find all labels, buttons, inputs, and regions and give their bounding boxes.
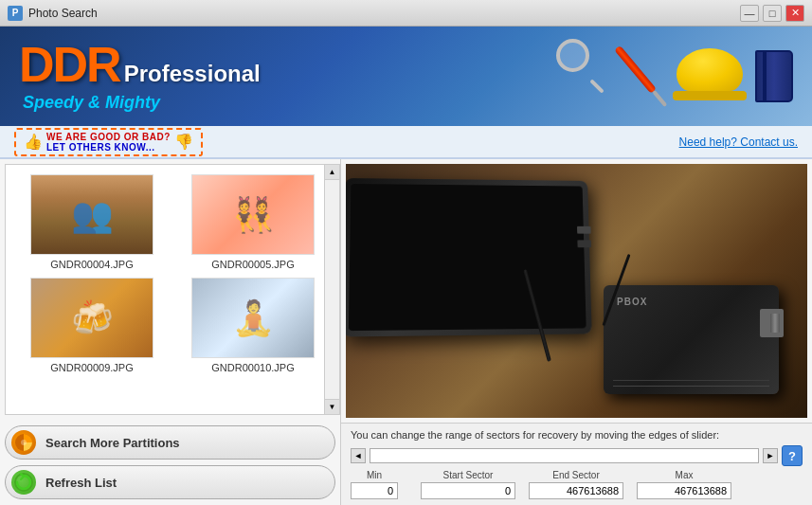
thumbnail-image-1 [30, 174, 153, 255]
sector-start-input[interactable] [421, 482, 515, 499]
thumbnail-label-1: GNDR00004.JPG [50, 259, 133, 270]
thumbnail-grid-inner: GNDR00004.JPG GNDR00005.JPG GNDR00009.JP… [6, 165, 339, 383]
sector-start-label: Start Sector [443, 470, 494, 480]
sector-max-input[interactable] [637, 482, 731, 499]
feedback-text-bottom: LET OTHERS KNOW... [46, 142, 171, 153]
sector-help-button[interactable]: ? [782, 445, 803, 466]
sector-max-col: Max [637, 470, 731, 499]
header-tools [556, 27, 793, 126]
right-panel: PBOX You can change the range of sectors… [341, 159, 812, 505]
header-ddr: DDR [19, 40, 120, 89]
scrollbar-down-arrow[interactable]: ▼ [325, 399, 339, 414]
left-panel: GNDR00004.JPG GNDR00005.JPG GNDR00009.JP… [0, 159, 341, 505]
search-more-label: Search More Partitions [45, 436, 180, 450]
refresh-list-label: Refresh List [45, 476, 117, 490]
thumbnail-label-2: GNDR00005.JPG [211, 259, 294, 270]
list-item[interactable]: GNDR00009.JPG [15, 278, 169, 373]
restore-button[interactable]: □ [763, 5, 782, 22]
bottom-buttons: Search More Partitions Refresh List [0, 420, 340, 505]
header-tagline: Speedy & Mighty [23, 93, 261, 113]
sector-section: You can change the range of sectors for … [341, 423, 812, 505]
thumbnail-image-2 [191, 174, 315, 255]
refresh-icon [11, 470, 36, 495]
search-more-button[interactable]: Search More Partitions [5, 425, 335, 460]
laptop-shape [346, 178, 592, 336]
list-item[interactable]: GNDR00010.JPG [176, 278, 330, 373]
window-title: Photo Search [28, 7, 740, 20]
slider-row: ◄ ► ? [351, 445, 803, 466]
sector-min-col: Min [351, 470, 398, 499]
sector-end-label: End Sector [552, 470, 599, 480]
slider-track[interactable] [370, 448, 759, 463]
feedback-icon-right: 👎 [174, 133, 193, 151]
thumbnail-label-4: GNDR00010.JPG [211, 362, 294, 373]
thumbnail-image-4 [191, 278, 315, 358]
sector-description: You can change the range of sectors for … [351, 429, 803, 441]
window-controls: — □ ✕ [740, 5, 804, 22]
titlebar: P Photo Search — □ ✕ [0, 0, 812, 27]
thumbnail-image-3 [30, 278, 153, 358]
sector-max-label: Max [676, 470, 694, 480]
help-contact-link[interactable]: Need help? Contact us. [679, 135, 798, 149]
feedback-icon-left: 👍 [24, 133, 43, 151]
header-banner: DDR Professional Speedy & Mighty [0, 27, 812, 126]
scrollbar-up-arrow[interactable]: ▲ [325, 165, 339, 180]
feedback-badge[interactable]: 👍 WE ARE GOOD OR BAD? LET OTHERS KNOW...… [14, 128, 203, 156]
sector-min-input[interactable] [351, 482, 398, 499]
list-item[interactable]: GNDR00004.JPG [15, 174, 169, 270]
preview-image: PBOX [346, 164, 807, 418]
search-partitions-icon [11, 430, 36, 455]
list-item[interactable]: GNDR00005.JPG [176, 174, 330, 270]
hdd-device: PBOX [604, 285, 779, 394]
close-button[interactable]: ✕ [785, 5, 804, 22]
sector-fields-row: Min Start Sector End Sector Max [351, 470, 803, 499]
refresh-list-button[interactable]: Refresh List [5, 465, 335, 499]
sector-end-input[interactable] [529, 482, 623, 499]
slider-left-arrow[interactable]: ◄ [351, 448, 366, 463]
svg-point-1 [21, 440, 27, 445]
grid-scrollbar[interactable]: ▲ ▼ [324, 165, 339, 414]
main-content: GNDR00004.JPG GNDR00005.JPG GNDR00009.JP… [0, 159, 812, 505]
preview-background: PBOX [346, 164, 807, 418]
subheader: 👍 WE ARE GOOD OR BAD? LET OTHERS KNOW...… [0, 126, 812, 159]
sector-end-col: End Sector [529, 470, 623, 499]
thumbnail-grid[interactable]: GNDR00004.JPG GNDR00005.JPG GNDR00009.JP… [5, 164, 340, 415]
header-professional: Professional [124, 61, 261, 87]
feedback-text-top: WE ARE GOOD OR BAD? [46, 132, 171, 142]
sector-start-col: Start Sector [421, 470, 515, 499]
header-logo: DDR Professional Speedy & Mighty [19, 40, 261, 113]
thumbnail-label-3: GNDR00009.JPG [50, 362, 133, 373]
sector-min-label: Min [367, 470, 382, 480]
minimize-button[interactable]: — [740, 5, 759, 22]
app-icon: P [8, 6, 23, 21]
slider-right-arrow[interactable]: ► [763, 448, 778, 463]
